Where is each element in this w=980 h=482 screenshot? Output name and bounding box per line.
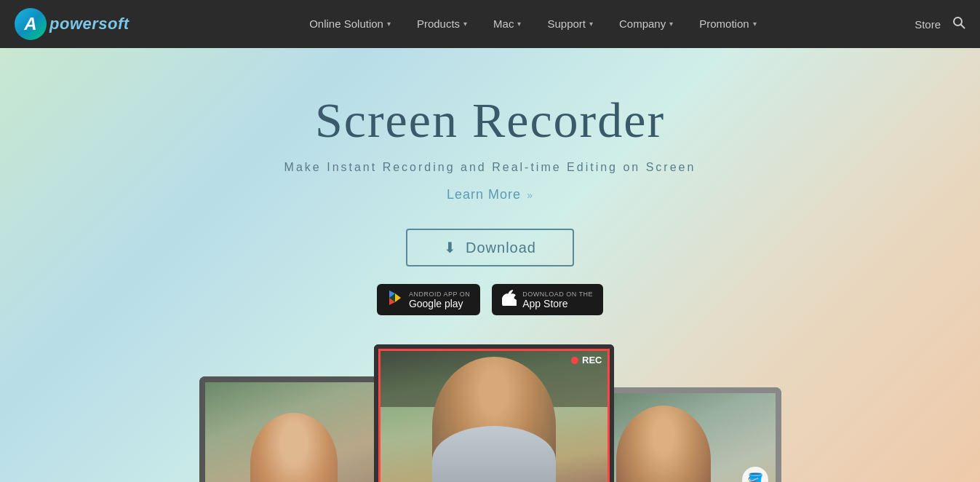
- google-play-bottom-text: Google play: [409, 298, 470, 309]
- apple-icon: [502, 290, 517, 309]
- logo-text: powersoft: [49, 15, 130, 33]
- nav-link-online-solution[interactable]: Online Solution ▾: [296, 0, 404, 48]
- right-device-screen: 🪣: [609, 393, 776, 482]
- store-badges: ANDROID APP ON Google play Download on t…: [377, 284, 603, 315]
- download-button[interactable]: ⬇ Download: [406, 229, 574, 266]
- chevron-down-icon: ▾: [387, 0, 391, 48]
- hero-section: Screen Recorder Make Instant Recording a…: [0, 48, 980, 482]
- chevron-down-icon: ▾: [669, 0, 673, 48]
- left-device-screen: ▶: [205, 382, 383, 482]
- nav-link-mac[interactable]: Mac ▾: [480, 0, 534, 48]
- logo-icon: [15, 8, 47, 40]
- google-play-icon: [387, 290, 403, 309]
- nav-item-support[interactable]: Support ▾: [534, 0, 606, 48]
- chevron-down-icon: ▾: [517, 0, 521, 48]
- google-play-badge[interactable]: ANDROID APP ON Google play: [377, 284, 480, 315]
- nav-link-promotion[interactable]: Promotion ▾: [686, 0, 769, 48]
- app-store-badge[interactable]: Download on the App Store: [492, 284, 603, 315]
- nav-link-products[interactable]: Products ▾: [404, 0, 480, 48]
- right-device: 🪣: [603, 387, 781, 482]
- chevron-right-icon: »: [527, 189, 533, 201]
- app-store-bottom-text: App Store: [522, 298, 593, 309]
- nav-item-online-solution[interactable]: Online Solution ▾: [296, 0, 404, 48]
- google-play-top-text: ANDROID APP ON: [409, 291, 470, 298]
- chevron-down-icon: ▾: [463, 0, 467, 48]
- center-laptop: REC: [374, 344, 614, 482]
- laptop-screen: REC: [374, 344, 614, 482]
- nav-item-company[interactable]: Company ▾: [606, 0, 686, 48]
- nav-right: Store: [915, 16, 965, 33]
- nav-link-support[interactable]: Support ▾: [534, 0, 606, 48]
- rec-dot: [571, 357, 578, 364]
- svg-line-1: [961, 24, 965, 28]
- svg-marker-5: [395, 293, 401, 302]
- nav-link-company[interactable]: Company ▾: [606, 0, 686, 48]
- devices-section: ▶ REC: [0, 344, 980, 482]
- laptop-screen-inner: REC: [378, 349, 610, 482]
- nav-item-promotion[interactable]: Promotion ▾: [686, 0, 769, 48]
- hero-subtitle: Make Instant Recording and Real-time Edi…: [284, 161, 696, 174]
- nav-item-mac[interactable]: Mac ▾: [480, 0, 534, 48]
- app-store-top-text: Download on the: [522, 291, 593, 298]
- logo[interactable]: powersoft: [15, 8, 130, 40]
- nav-item-products[interactable]: Products ▾: [404, 0, 480, 48]
- nav-menu: Online Solution ▾ Products ▾ Mac ▾ Suppo…: [151, 0, 915, 48]
- store-link[interactable]: Store: [915, 18, 941, 31]
- edit-bucket-icon: 🪣: [742, 467, 768, 482]
- left-device: ▶: [199, 376, 389, 482]
- search-button[interactable]: [952, 16, 965, 33]
- download-icon: ⬇: [444, 239, 457, 256]
- search-icon: [952, 16, 965, 29]
- recording-indicator: REC: [571, 355, 602, 366]
- learn-more-link[interactable]: Learn More »: [447, 187, 533, 202]
- edit-icon-area: 🪣: [742, 467, 768, 482]
- page-title: Screen Recorder: [315, 92, 665, 149]
- chevron-down-icon: ▾: [753, 0, 757, 48]
- chevron-down-icon: ▾: [589, 0, 593, 48]
- navbar: powersoft Online Solution ▾ Products ▾ M…: [0, 0, 980, 48]
